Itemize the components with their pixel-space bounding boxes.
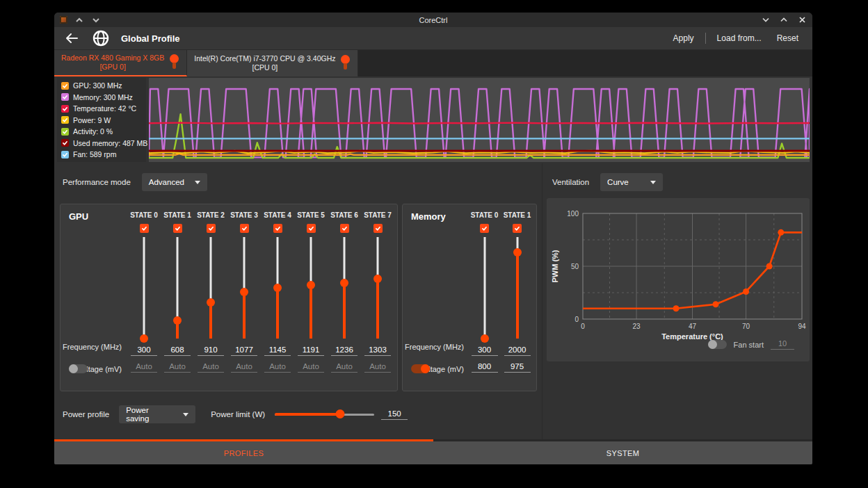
power-profile-dropdown[interactable]: Power saving <box>119 405 195 423</box>
legend-checkbox[interactable] <box>61 151 69 158</box>
slider-track <box>344 237 346 283</box>
device-tab-cpu[interactable]: Intel(R) Core(TM) i7-3770 CPU @ 3.40GHz[… <box>187 50 358 76</box>
state-checkbox[interactable] <box>240 224 249 233</box>
legend-item[interactable]: Fan: 589 rpm <box>61 150 142 158</box>
frequency-value[interactable]: 300 <box>472 345 498 356</box>
slider-handle[interactable] <box>307 281 315 289</box>
state-checkbox[interactable] <box>373 224 383 233</box>
legend-checkbox[interactable] <box>61 128 69 136</box>
slider-handle[interactable] <box>140 334 148 343</box>
state-checkbox[interactable] <box>307 224 316 233</box>
reset-button[interactable]: Reset <box>773 31 803 46</box>
legend-item[interactable]: Activity: 0 % <box>61 127 142 136</box>
voltage-value[interactable]: Auto <box>364 362 391 373</box>
slider-handle[interactable] <box>173 316 182 325</box>
apply-button[interactable]: Apply <box>669 31 698 46</box>
fan-chart-ylabel: PWM (%) <box>551 250 559 282</box>
legend-checkbox[interactable] <box>61 105 69 113</box>
legend-item[interactable]: Power: 9 W <box>61 116 142 124</box>
legend-item[interactable]: Used memory: 487 MB <box>61 139 142 147</box>
frequency-value[interactable]: 910 <box>198 345 224 356</box>
frequency-slider[interactable] <box>139 237 149 339</box>
state-checkbox[interactable] <box>340 224 349 233</box>
slider-handle[interactable] <box>207 298 215 307</box>
frequency-value[interactable]: 1303 <box>364 345 391 356</box>
slider-handle[interactable] <box>513 248 522 257</box>
svg-text:100: 100 <box>567 210 579 218</box>
gpu-voltage-toggle[interactable] <box>69 364 88 373</box>
frequency-value[interactable]: 1077 <box>231 345 257 356</box>
state-checkbox[interactable] <box>173 224 182 233</box>
state-checkbox[interactable] <box>513 224 522 233</box>
load-from-button[interactable]: Load from... <box>713 31 766 46</box>
frequency-slider[interactable] <box>373 237 383 339</box>
slider-handle[interactable] <box>336 409 345 418</box>
frequency-column: Performance mode Advanced GPU STATE 0300… <box>54 163 542 439</box>
pin-icon[interactable] <box>170 54 179 71</box>
voltage-value[interactable]: Auto <box>131 362 157 373</box>
legend-item[interactable]: Temperature: 42 °C <box>61 104 142 113</box>
frequency-value[interactable]: 1145 <box>264 345 291 356</box>
slider-handle[interactable] <box>481 334 489 343</box>
frequency-slider[interactable] <box>339 237 349 339</box>
state-checkbox[interactable] <box>140 224 149 233</box>
legend-checkbox[interactable] <box>61 93 69 101</box>
frequency-slider[interactable] <box>513 237 522 339</box>
legend-checkbox[interactable] <box>61 82 69 90</box>
pin-icon[interactable] <box>341 55 351 72</box>
back-button[interactable] <box>64 33 79 43</box>
close-icon[interactable] <box>797 15 807 25</box>
voltage-value[interactable]: Auto <box>264 362 291 373</box>
window-title: CoreCtrl <box>54 16 812 24</box>
legend-item[interactable]: GPU: 300 MHz <box>61 81 142 90</box>
maximize-icon[interactable] <box>779 15 789 25</box>
memory-panel-title: Memory <box>411 211 446 222</box>
memory-voltage-toggle[interactable] <box>411 364 430 373</box>
frequency-slider[interactable] <box>480 237 490 339</box>
voltage-value[interactable]: Auto <box>164 362 191 373</box>
ventilation-mode-dropdown[interactable]: Curve <box>600 173 663 191</box>
legend-item[interactable]: Memory: 300 MHz <box>61 93 142 101</box>
frequency-slider[interactable] <box>239 237 249 339</box>
state-column: STATE 51191Auto <box>294 211 328 373</box>
fan-start-toggle[interactable] <box>708 340 727 349</box>
voltage-value[interactable]: Auto <box>231 362 257 373</box>
state-checkbox[interactable] <box>273 224 282 233</box>
state-checkbox[interactable] <box>480 224 489 233</box>
voltage-value[interactable]: 800 <box>472 362 498 373</box>
frequency-value[interactable]: 2000 <box>504 345 531 356</box>
state-checkbox[interactable] <box>207 224 216 233</box>
voltage-value[interactable]: Auto <box>198 362 224 373</box>
chevron-down-icon <box>650 181 656 184</box>
frequency-slider[interactable] <box>172 237 182 339</box>
legend-checkbox[interactable] <box>61 139 69 147</box>
power-limit-slider[interactable] <box>275 409 374 419</box>
tab-system[interactable]: SYSTEM <box>433 441 812 464</box>
voltage-value[interactable]: Auto <box>331 362 357 373</box>
fan-curve-chart[interactable]: 023477094050100Temperature (°C)PWM (%) <box>549 201 808 346</box>
frequency-value[interactable]: 1236 <box>331 345 357 356</box>
minimize-icon[interactable] <box>761 15 771 25</box>
state-column: STATE 2910Auto <box>194 211 227 373</box>
slider-handle[interactable] <box>373 275 382 283</box>
voltage-value[interactable]: Auto <box>298 362 324 373</box>
voltage-value[interactable]: 975 <box>504 362 531 373</box>
frequency-slider[interactable] <box>206 237 216 339</box>
power-limit-value[interactable]: 150 <box>381 409 408 420</box>
frequency-value[interactable]: 608 <box>164 345 191 356</box>
performance-mode-dropdown[interactable]: Advanced <box>142 173 207 191</box>
frequency-slider[interactable] <box>306 237 316 339</box>
fan-curve-svg[interactable]: 023477094050100Temperature (°C)PWM (%) <box>549 201 808 343</box>
tab-profiles[interactable]: PROFILES <box>54 441 433 464</box>
fan-start-value[interactable]: 10 <box>771 339 794 350</box>
state-label: STATE 4 <box>264 211 291 221</box>
slider-handle[interactable] <box>340 279 348 287</box>
legend-checkbox[interactable] <box>61 116 69 124</box>
slider-handle[interactable] <box>273 284 282 292</box>
frequency-slider[interactable] <box>273 237 282 339</box>
slider-handle[interactable] <box>240 288 248 296</box>
frequency-value[interactable]: 300 <box>131 345 157 356</box>
gpu-states-panel: GPU STATE 0300AutoSTATE 1608AutoSTATE 29… <box>60 204 398 391</box>
device-tab-gpu[interactable]: Radeon RX 480 Gaming X 8GB[GPU 0] <box>54 50 187 76</box>
frequency-value[interactable]: 1191 <box>298 345 324 356</box>
